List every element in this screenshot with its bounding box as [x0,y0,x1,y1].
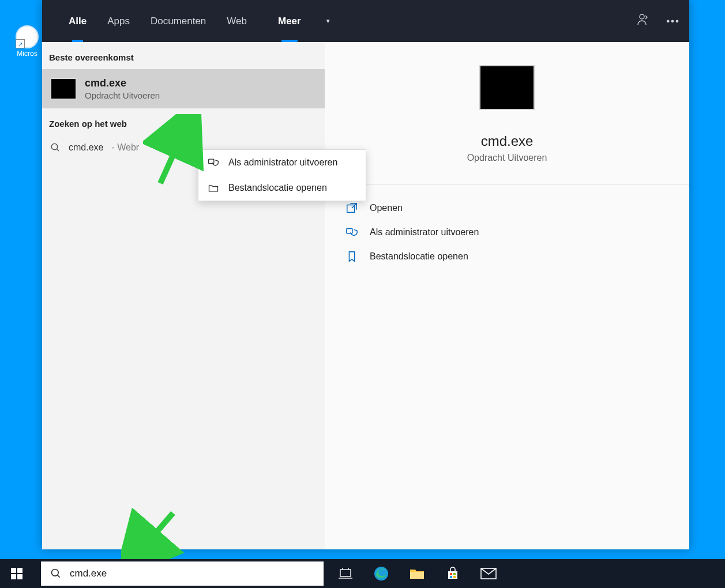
folder-icon [410,567,425,580]
shortcut-arrow-icon: ↗ [16,39,25,48]
best-match-title: cmd.exe [85,77,160,89]
context-menu: Als administrator uitvoeren Bestandsloca… [198,149,366,201]
shield-run-icon [345,226,358,239]
shield-run-icon [208,157,219,168]
search-topbar: Alle Apps Documenten Web Meer▼ ••• [42,0,689,42]
svg-rect-3 [209,159,214,164]
svg-rect-23 [453,573,456,575]
preview-subtitle: Opdracht Uitvoeren [467,153,547,163]
svg-rect-13 [17,574,22,579]
edge-icon [374,566,389,581]
action-open[interactable]: Openen [325,196,689,220]
svg-rect-16 [340,570,351,576]
ctx-open-location[interactable]: Bestandslocatie openen [198,175,366,201]
svg-rect-21 [410,572,424,579]
svg-line-15 [58,575,60,578]
bookmark-icon [345,250,358,263]
svg-point-0 [640,14,644,19]
chevron-down-icon: ▼ [315,0,341,42]
task-view-icon [339,567,352,581]
web-search-header: Zoeken op het web [42,108,325,135]
taskbar-mail[interactable] [480,566,497,582]
windows-icon [11,568,22,579]
tab-all[interactable]: Alle [58,0,97,42]
edge-icon: ↗ [16,25,39,48]
start-button[interactable] [0,559,33,588]
svg-line-2 [57,149,59,151]
action-open-location[interactable]: Bestandslocatie openen [325,244,689,269]
open-icon [345,202,358,214]
svg-rect-5 [347,229,352,233]
folder-icon [208,182,219,194]
svg-point-1 [51,144,58,150]
desktop-icon-label: Micros [13,50,41,58]
account-icon[interactable] [636,13,650,29]
tab-more[interactable]: Meer▼ [257,0,352,42]
start-search-panel: Alle Apps Documenten Web Meer▼ ••• Beste… [42,0,689,549]
taskbar-store[interactable] [445,566,461,582]
preview-pane: cmd.exe Opdracht Uitvoeren Openen Als ad… [325,42,689,549]
preview-title: cmd.exe [481,133,534,149]
best-match-subtitle: Opdracht Uitvoeren [85,91,160,100]
task-view-button[interactable] [337,566,354,582]
taskbar-edge[interactable] [373,566,389,582]
desktop-shortcut[interactable]: ↗ Micros [13,25,41,59]
search-icon [50,142,61,153]
svg-rect-10 [11,568,16,573]
tab-web[interactable]: Web [216,0,257,42]
cmd-icon [50,78,77,100]
best-match-header: Beste overeenkomst [42,42,325,69]
more-icon[interactable]: ••• [666,16,680,27]
tab-documents[interactable]: Documenten [140,0,216,42]
taskbar-search-box[interactable]: cmd.exe [41,561,324,586]
action-label: Openen [370,203,403,213]
action-label: Bestandslocatie openen [370,251,468,262]
ctx-run-as-admin[interactable]: Als administrator uitvoeren [198,150,366,175]
preview-cmd-icon [479,65,535,110]
svg-rect-12 [11,574,16,579]
svg-rect-24 [450,576,452,578]
action-label: Als administrator uitvoeren [370,227,479,238]
results-left-pane: Beste overeenkomst cmd.exe Opdracht Uitv… [42,42,325,549]
store-icon [446,567,460,581]
best-match-item[interactable]: cmd.exe Opdracht Uitvoeren [42,69,325,108]
ctx-item-label: Als administrator uitvoeren [228,157,337,168]
svg-rect-25 [453,576,456,578]
web-search-suffix: - Webr [111,142,139,153]
taskbar: cmd.exe [0,559,725,588]
taskbar-search-value: cmd.exe [70,568,107,579]
ctx-item-label: Bestandslocatie openen [228,183,327,193]
mail-icon [480,568,497,579]
svg-rect-22 [450,573,452,575]
taskbar-explorer[interactable] [409,566,425,582]
svg-point-14 [52,570,59,576]
tab-apps[interactable]: Apps [97,0,140,42]
search-icon [50,568,62,579]
web-search-query: cmd.exe [69,142,103,153]
svg-rect-11 [17,568,22,573]
action-run-as-admin[interactable]: Als administrator uitvoeren [325,220,689,244]
